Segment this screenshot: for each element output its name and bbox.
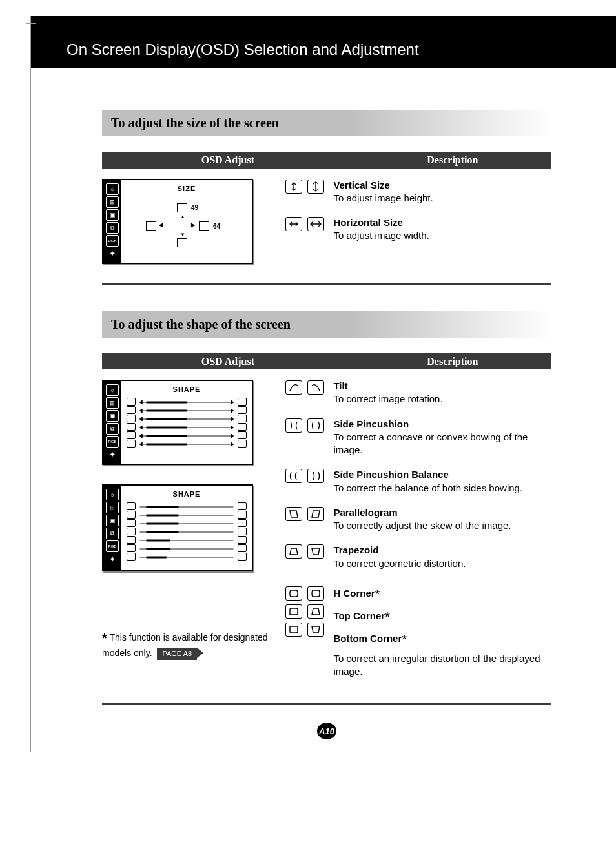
hcorner-a-icon [285, 586, 302, 601]
svg-rect-0 [290, 590, 298, 597]
rgb-icon: RGB [106, 436, 119, 448]
trapezoid-top-icon [285, 544, 302, 559]
desc-trapezoid: Trapezoid To correct geometric distortio… [285, 544, 551, 570]
item-title: Side Pincushion [333, 418, 409, 429]
vsize-expand-icon [307, 180, 324, 194]
osd-title: SIZE [127, 184, 247, 194]
shape-icon: ⧉ [106, 528, 119, 539]
hsize-right-icon [199, 221, 209, 231]
parallelogram-right-icon [307, 507, 324, 521]
size-icon: ▣ [106, 209, 119, 221]
page-reference-tag: PAGE A8 [157, 648, 197, 660]
brightness-icon: ☼ [106, 183, 119, 195]
divider [102, 703, 551, 705]
item-body: To adjust image width. [333, 230, 429, 241]
column-header: OSD Adjust Description [102, 152, 551, 169]
desc-pincushion-balance: Side Pincushion Balance To correct the b… [285, 468, 551, 495]
rgb-icon: RGB [106, 540, 119, 552]
desc-tilt: Tilt To correct image rotation. [285, 380, 551, 406]
item-title: Side Pincushion Balance [333, 469, 448, 480]
osd-size-screenshot: ☼ ⊞ ▣ ⧉ RGB ✦ SIZE 49 ▲ [102, 179, 253, 264]
hcorner-b-icon [307, 586, 324, 601]
tilt-right-icon [307, 380, 324, 395]
position-icon: ⊞ [106, 397, 119, 409]
item-body: To correct a concave or convex bowing of… [333, 431, 528, 455]
item-title: Horizontal Size [333, 217, 403, 228]
column-header: OSD Adjust Description [102, 353, 551, 370]
osd-title: SHAPE [127, 489, 247, 499]
item-title: Tilt [333, 380, 347, 391]
rgb-icon: RGB [106, 235, 119, 247]
item-title: Bottom Corner [333, 633, 402, 644]
item-body: To adjust image height. [333, 192, 433, 203]
section-shape-title: To adjust the shape of the screen [102, 311, 551, 338]
hsize-expand-icon [307, 217, 324, 231]
vsize-shrink-icon [285, 180, 302, 194]
topcorner-a-icon [285, 604, 302, 619]
trapezoid-bottom-icon [307, 544, 324, 559]
pin-balance-right-icon [307, 469, 324, 483]
page-title: On Screen Display(OSD) Selection and Adj… [67, 39, 419, 60]
hsize-value: 64 [213, 222, 220, 231]
section-size-title: To adjust the size of the screen [102, 110, 551, 136]
osd-title: SHAPE [127, 385, 247, 395]
osd-sidebar: ☼ ⊞ ▣ ⧉ RGB ✦ [103, 180, 121, 263]
item-body: To correct geometric distortion. [333, 558, 466, 569]
desc-horizontal-size: Horizontal Size To adjust image width. [285, 216, 551, 243]
bottomcorner-b-icon [307, 623, 324, 637]
position-icon: ⊞ [106, 196, 119, 208]
col-description: Description [354, 153, 551, 167]
vsize-large-icon [177, 238, 187, 247]
size-icon: ▣ [106, 410, 119, 422]
desc-vertical-size: Vertical Size To adjust image height. [285, 179, 551, 205]
pin-balance-left-icon [285, 469, 302, 483]
desc-side-pincushion: Side Pincushion To correct a concave or … [285, 418, 551, 457]
item-body: To correctly adjust the skew of the imag… [333, 520, 511, 531]
position-icon: ⊞ [106, 502, 119, 513]
item-body: To correct image rotation. [333, 393, 442, 404]
desc-parallelogram: Parallelogram To correctly adjust the sk… [285, 506, 551, 533]
parallelogram-left-icon [285, 507, 302, 521]
col-osd-adjust: OSD Adjust [102, 153, 354, 167]
left-arrow-icon: ◀ [159, 222, 163, 229]
shape-icon: ⧉ [106, 222, 119, 234]
pincushion-in-icon [285, 418, 302, 433]
col-description: Description [354, 355, 551, 369]
item-title: Top Corner [333, 610, 385, 621]
item-title: Vertical Size [333, 180, 390, 190]
up-arrow-icon: ▲ [180, 214, 185, 221]
vsize-small-icon [177, 203, 187, 212]
page-number-badge: A10 [317, 723, 336, 739]
item-title: H Corner [333, 588, 375, 599]
osd-shape-screenshot-2: ☼ ⊞ ▣ ⧉ RGB ✦ SHAPE [102, 484, 253, 571]
bottomcorner-a-icon [285, 623, 302, 637]
brightness-icon: ☼ [106, 489, 119, 500]
topcorner-b-icon [307, 604, 324, 619]
item-body: To correct the balance of both sides bow… [333, 482, 522, 493]
pincushion-out-icon [307, 418, 324, 433]
right-arrow-icon: ▶ [191, 222, 195, 229]
hsize-left-icon [146, 221, 156, 231]
page-number: A10 [102, 723, 551, 739]
brightness-icon: ☼ [106, 384, 119, 396]
hsize-shrink-icon [285, 217, 302, 231]
star-marker: * [102, 631, 107, 645]
item-body: To correct an irregular distortion of th… [333, 652, 551, 679]
footnote: * This function is available for designa… [102, 630, 275, 660]
col-osd-adjust: OSD Adjust [102, 355, 354, 369]
vsize-value: 49 [191, 203, 198, 212]
tilt-left-icon [285, 380, 302, 395]
item-title: Trapezoid [333, 544, 378, 555]
size-icon: ▣ [106, 515, 119, 526]
osd-shape-screenshot-1: ☼ ⊞ ▣ ⧉ RGB ✦ SHAPE [102, 380, 253, 465]
reset-icon: ✦ [106, 248, 119, 260]
item-title: Parallelogram [333, 507, 397, 518]
desc-corners: H Corner* Top Corner* Bottom Corner* To … [285, 586, 551, 679]
reset-icon: ✦ [106, 553, 119, 565]
page-header: On Screen Display(OSD) Selection and Adj… [31, 16, 616, 68]
divider [102, 283, 551, 285]
shape-icon: ⧉ [106, 423, 119, 435]
reset-icon: ✦ [106, 449, 119, 460]
